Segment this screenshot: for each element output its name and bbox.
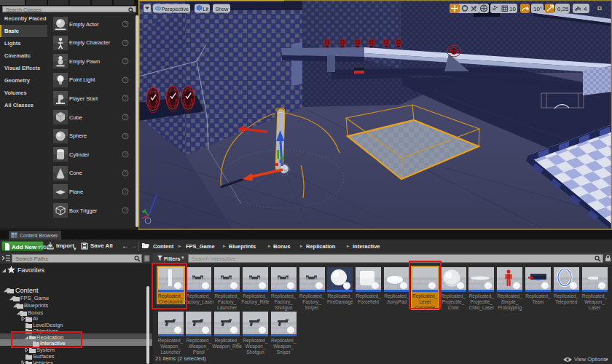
svg-text:?: ? (124, 133, 127, 138)
svg-text:10°: 10° (533, 6, 542, 12)
svg-text:Perspective: Perspective (162, 6, 189, 12)
svg-text:?: ? (124, 114, 127, 119)
svg-text:?: ? (124, 96, 127, 101)
svg-text:?: ? (124, 152, 127, 157)
svg-text:?: ? (124, 170, 127, 175)
svg-text:?: ? (124, 189, 127, 194)
svg-text:?: ? (124, 77, 127, 82)
svg-text:?: ? (124, 40, 127, 45)
svg-text:?: ? (124, 207, 127, 213)
svg-text:?: ? (124, 59, 127, 64)
svg-text:4: 4 (584, 6, 587, 12)
svg-text:?: ? (124, 21, 127, 26)
svg-text:0,25: 0,25 (557, 6, 569, 12)
svg-text:Lit: Lit (203, 6, 209, 12)
svg-text:10: 10 (509, 6, 516, 12)
svg-text:Show: Show (216, 6, 230, 12)
